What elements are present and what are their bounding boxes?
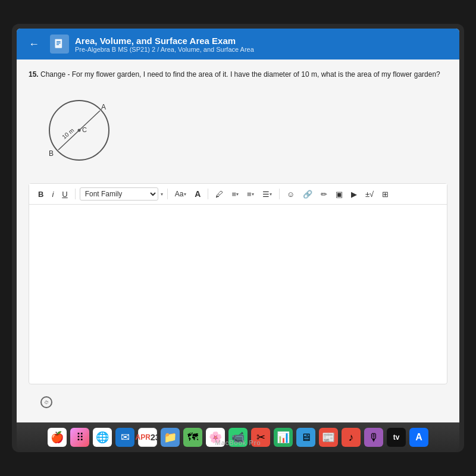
question-text: 15. Change - For my flower garden, I nee…	[29, 69, 447, 80]
link-button[interactable]: 🔗	[300, 188, 315, 201]
dock-display[interactable]: 🖥	[296, 428, 315, 447]
header-bar: ← Area, Volume, and Surface Area Exam Pr…	[17, 29, 459, 60]
font-family-select[interactable]: Font Family Arial Times New Roman Courie…	[80, 187, 158, 201]
list-unordered-button[interactable]: ☰ ▾	[259, 188, 275, 201]
dock-appletv[interactable]: tv	[387, 428, 406, 447]
svg-text:10 m: 10 m	[61, 127, 75, 140]
bottom-bar: ⏱	[29, 392, 447, 413]
svg-point-8	[78, 129, 81, 132]
answer-container: B i U Font Family Arial Times New Roman …	[29, 183, 447, 384]
dock-maps[interactable]: 🗺	[183, 428, 202, 447]
dock-files[interactable]: 📁	[161, 428, 180, 447]
pencil-button[interactable]: ✏	[318, 188, 330, 201]
dock-mail[interactable]: ✉	[115, 428, 134, 447]
divider-2	[167, 189, 168, 199]
font-dropdown-arrow: ▾	[161, 192, 163, 197]
align-button[interactable]: ≡▾	[228, 188, 242, 201]
dock-music[interactable]: ♪	[342, 428, 361, 447]
toolbar: B i U Font Family Arial Times New Roman …	[29, 184, 447, 205]
emoji-button[interactable]: ☺	[284, 188, 298, 201]
font-color-button[interactable]: A	[192, 187, 203, 201]
divider-4	[279, 189, 280, 199]
bold-button[interactable]: B	[35, 188, 46, 201]
dock-chrome[interactable]: 🌐	[93, 428, 112, 447]
svg-text:B: B	[49, 149, 54, 158]
list-ordered-button[interactable]: ≡ ▾	[244, 188, 257, 201]
dock-numbers[interactable]: 📊	[274, 428, 293, 447]
divider-1	[75, 189, 76, 199]
diagram-area: A B C 10 m	[29, 87, 447, 176]
header-title: Area, Volume, and Surface Area Exam	[75, 36, 254, 46]
table-button[interactable]: ⊞	[379, 188, 392, 201]
video-button[interactable]: ▶	[348, 188, 360, 201]
header-text-group: Area, Volume, and Surface Area Exam Pre-…	[75, 36, 254, 53]
clock-icon: ⏱	[40, 396, 52, 408]
editor-area[interactable]	[29, 205, 447, 384]
document-icon	[54, 38, 65, 50]
macbook-label: MacBook Pro	[215, 439, 261, 446]
dock: 🍎 ⠿ 🌐 ✉ APR23 📁 🗺 🌸 📹 ✂ 📊 🖥 📰 ♪ 🎙 tv A	[17, 422, 459, 452]
question-body: For my flower garden, I need to find the…	[72, 70, 440, 79]
font-size-button[interactable]: Aa ▾	[172, 188, 190, 200]
question-number: 15.	[29, 70, 39, 79]
svg-rect-0	[55, 39, 62, 48]
exam-icon	[50, 35, 69, 54]
math-button[interactable]: ±√	[362, 188, 377, 201]
divider-3	[208, 189, 208, 199]
dock-launchpad[interactable]: ⠿	[70, 428, 89, 447]
image-button[interactable]: ▣	[333, 188, 346, 201]
dock-news[interactable]: 📰	[319, 428, 338, 447]
question-prefix: Change -	[40, 70, 70, 79]
back-button[interactable]: ←	[24, 36, 44, 53]
dock-finder[interactable]: 🍎	[48, 428, 67, 447]
highlight-button[interactable]: 🖊	[212, 188, 226, 201]
dock-calendar[interactable]: APR23	[138, 428, 157, 447]
dock-podcasts[interactable]: 🎙	[364, 428, 383, 447]
dock-appstore[interactable]: A	[409, 428, 428, 447]
underline-button[interactable]: U	[59, 188, 70, 201]
italic-button[interactable]: i	[49, 188, 57, 201]
svg-text:C: C	[82, 126, 87, 133]
circle-diagram: A B C 10 m	[29, 92, 118, 169]
svg-text:A: A	[101, 103, 106, 111]
header-subtitle: Pre-Algebra B MS (SP21) 2 / Area, Volume…	[75, 46, 254, 53]
screen: ← Area, Volume, and Surface Area Exam Pr…	[17, 29, 459, 422]
main-content: 15. Change - For my flower garden, I nee…	[17, 60, 459, 422]
laptop-frame: ← Area, Volume, and Surface Area Exam Pr…	[12, 24, 464, 452]
